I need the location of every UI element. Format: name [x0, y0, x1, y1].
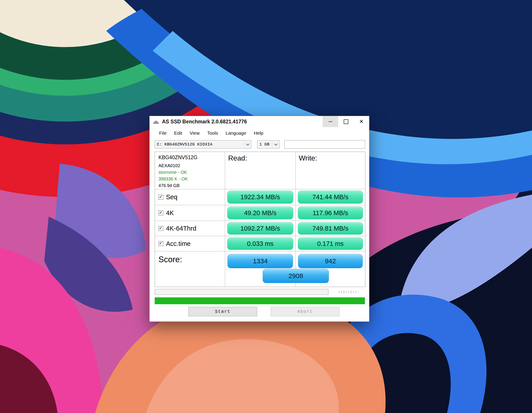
score-label: Score:	[155, 251, 225, 287]
seq-read-value: 1922.34 MB/s	[227, 191, 293, 204]
4k64-read-cell: 1092.27 MB/s	[225, 221, 296, 236]
start-button[interactable]: Start	[188, 307, 257, 316]
minimize-button[interactable]	[323, 116, 338, 127]
4k-write-cell: 117.96 MB/s	[296, 205, 365, 221]
4k-write-value: 117.96 MB/s	[298, 206, 363, 219]
close-icon: ✕	[359, 119, 364, 124]
drive-info-panel: KBG40ZNV512G AEXA0102 stornvme - OK 3983…	[155, 152, 225, 189]
acctime-read-value: 0.033 ms	[227, 238, 293, 250]
menu-file[interactable]: File	[155, 129, 171, 138]
drive-firmware: AEXA0102	[158, 162, 225, 169]
app-icon	[153, 119, 159, 124]
overall-progress-bar	[155, 297, 365, 304]
test-progress-bar	[155, 289, 328, 295]
title-bar[interactable]: AS SSD Benchmark 2.0.6821.41776 ✕	[150, 116, 369, 127]
row-4k: 4K	[155, 205, 225, 221]
drive-model: KBG40ZNV512G	[158, 155, 225, 161]
acctime-write-cell: 0.171 ms	[296, 236, 365, 251]
toolbar: C: KBG40ZNV512G KIOXIA 1 GB	[155, 140, 365, 148]
4k-label: 4K	[166, 209, 174, 217]
row-acctime: Acc.time	[155, 236, 225, 251]
row-4k64: 4K-64Thrd	[155, 221, 225, 236]
drive-offset-status: 398336 K - OK	[158, 175, 225, 182]
4k64-checkbox[interactable]	[158, 226, 163, 231]
minimize-icon	[328, 121, 332, 122]
menu-edit[interactable]: Edit	[171, 129, 186, 138]
menu-language[interactable]: Language	[222, 129, 250, 138]
drive-select-arrow	[244, 140, 251, 148]
row-seq: Seq	[155, 189, 225, 205]
acctime-label: Acc.time	[166, 240, 190, 248]
seq-label: Seq	[166, 193, 178, 201]
menu-help[interactable]: Help	[250, 129, 267, 138]
write-column-header: Write:	[296, 152, 365, 189]
seq-read-cell: 1922.34 MB/s	[225, 189, 296, 205]
seq-write-cell: 741.44 MB/s	[296, 189, 365, 205]
menu-view[interactable]: View	[186, 129, 203, 138]
menu-bar: File Edit View Tools Language Help	[150, 127, 369, 139]
menu-tools[interactable]: Tools	[203, 129, 222, 138]
acctime-write-value: 0.171 ms	[298, 238, 363, 250]
4k64-write-value: 749.81 MB/s	[298, 222, 363, 235]
seq-write-value: 741.44 MB/s	[298, 191, 363, 204]
test-size-value: 1 GB	[257, 142, 272, 147]
score-total-value: 2908	[263, 269, 329, 283]
seq-checkbox[interactable]	[158, 195, 163, 200]
elapsed-time-label: --:--:--	[338, 290, 357, 294]
score-read-value: 1334	[228, 254, 293, 268]
drive-capacity: 476.94 GB	[158, 182, 225, 189]
4k64-label: 4K-64Thrd	[166, 225, 196, 232]
read-column-header: Read:	[225, 152, 296, 189]
text-input[interactable]	[284, 140, 365, 148]
results-table: KBG40ZNV512G AEXA0102 stornvme - OK 3983…	[155, 152, 365, 287]
drive-select[interactable]: C: KBG40ZNV512G KIOXIA	[155, 140, 251, 148]
drive-driver-status: stornvme - OK	[158, 169, 225, 175]
4k-read-cell: 49.20 MB/s	[225, 205, 296, 221]
maximize-icon	[344, 119, 348, 124]
score-write-value: 942	[298, 254, 363, 268]
window-title: AS SSD Benchmark 2.0.6821.41776	[162, 119, 247, 125]
maximize-button[interactable]	[338, 116, 354, 127]
desktop: AS SSD Benchmark 2.0.6821.41776 ✕ File E…	[0, 0, 532, 413]
as-ssd-benchmark-window: AS SSD Benchmark 2.0.6821.41776 ✕ File E…	[149, 116, 369, 322]
4k-checkbox[interactable]	[158, 211, 163, 215]
test-size-select[interactable]: 1 GB	[257, 140, 279, 148]
test-size-arrow	[272, 140, 279, 148]
4k64-write-cell: 749.81 MB/s	[296, 221, 365, 236]
acctime-checkbox[interactable]	[158, 241, 163, 246]
acctime-read-cell: 0.033 ms	[225, 236, 296, 251]
4k-read-value: 49.20 MB/s	[227, 206, 293, 219]
chevron-down-icon	[274, 142, 277, 146]
4k64-read-value: 1092.27 MB/s	[227, 222, 293, 235]
close-button[interactable]: ✕	[354, 116, 369, 127]
abort-button[interactable]: Abort	[271, 307, 340, 316]
caption-buttons: ✕	[323, 116, 369, 127]
drive-select-value: C: KBG40ZNV512G KIOXIA	[155, 142, 244, 147]
chevron-down-icon	[246, 142, 249, 146]
